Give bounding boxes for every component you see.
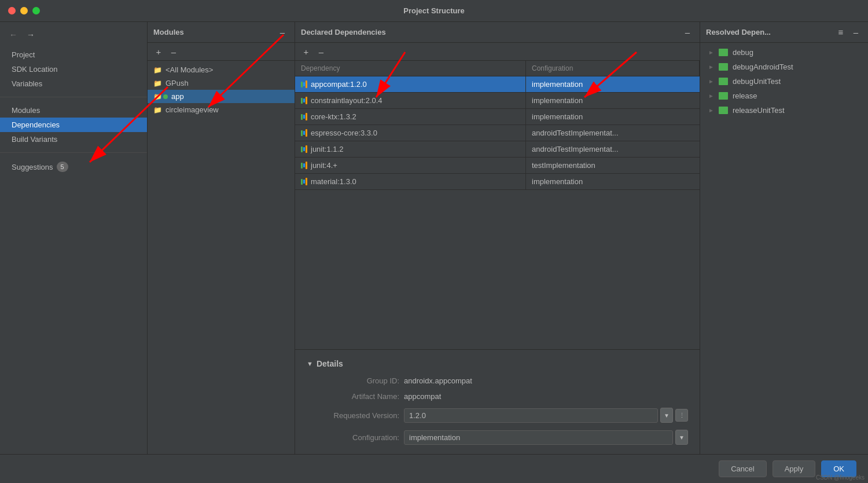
sidebar-item-modules[interactable]: Modules xyxy=(0,103,147,118)
all-modules-icon: 📁 xyxy=(153,66,162,74)
window-controls[interactable] xyxy=(8,7,40,14)
forward-arrow-icon[interactable]: → xyxy=(24,29,37,41)
dep-bar-icon-2 xyxy=(301,97,307,104)
resolved-item-release-unit-test[interactable]: ► releaseUnitTest xyxy=(700,103,868,118)
resolved-header-actions: ≡ – xyxy=(834,26,862,39)
requested-version-field: 1.2.0 ▼ ⋮ xyxy=(404,408,688,423)
dep-cell-material-name: material:1.3.0 xyxy=(295,174,526,189)
bottom-bar: Cancel Apply OK xyxy=(0,454,868,483)
back-arrow-icon[interactable]: ← xyxy=(7,29,20,41)
dep-col-dependency: Dependency xyxy=(295,61,526,76)
dep-cell-junit1-config: androidTestImplementat... xyxy=(526,141,700,157)
module-item-all-modules[interactable]: 📁 <All Modules> xyxy=(148,63,295,76)
sidebar: ← → Project SDK Location Variables Modul… xyxy=(0,22,148,454)
dep-bar-icon-3 xyxy=(301,113,307,120)
configuration-select[interactable]: implementation xyxy=(404,430,673,445)
resolved-item-debug-unit-test[interactable]: ► debugUnitTest xyxy=(700,74,868,89)
debug-android-test-folder-icon xyxy=(719,63,728,71)
modules-minus-icon[interactable]: – xyxy=(276,26,289,39)
sidebar-item-dependencies[interactable]: Dependencies xyxy=(0,118,147,132)
dep-col-configuration: Configuration xyxy=(526,61,700,76)
module-item-circleimageview[interactable]: 📁 circleimageview xyxy=(148,103,295,116)
title-bar: Project Structure xyxy=(0,0,868,22)
dep-bar-icon-4 xyxy=(301,129,307,137)
minimize-button[interactable] xyxy=(20,7,28,14)
dep-cell-core-ktx-config: implementation xyxy=(526,109,700,125)
close-button[interactable] xyxy=(8,7,16,14)
resolved-settings-icon[interactable]: ≡ xyxy=(834,26,847,39)
modules-remove-icon[interactable]: – xyxy=(167,45,180,58)
details-section: ▼ Details Group ID: androidx.appcompat A… xyxy=(295,349,700,454)
resolved-panel-title: Resolved Depen... xyxy=(706,28,771,36)
release-folder-icon xyxy=(719,92,728,100)
sidebar-suggestions-section: Suggestions 5 xyxy=(0,156,147,177)
artifact-name-label: Artifact Name: xyxy=(307,392,399,401)
deps-panel-title: Declared Dependencies xyxy=(301,28,386,36)
dep-bar-icon-5 xyxy=(301,145,307,153)
deps-panel-header: Declared Dependencies – xyxy=(295,22,700,43)
dep-row-constraintlayout[interactable]: constraintlayout:2.0.4 implementation xyxy=(295,93,700,109)
dep-row-junit-1[interactable]: junit:1.1.2 androidTestImplementat... xyxy=(295,141,700,158)
group-id-value: androidx.appcompat xyxy=(404,376,688,385)
dep-cell-core-ktx-name: core-ktx:1.3.2 xyxy=(295,109,526,125)
resolved-item-debug[interactable]: ► debug xyxy=(700,45,868,60)
release-unit-test-folder-icon xyxy=(719,107,728,114)
version-extra-btn[interactable]: ⋮ xyxy=(675,409,688,422)
circleimageview-label: circleimageview xyxy=(165,105,219,114)
sidebar-item-variables[interactable]: Variables xyxy=(0,76,147,91)
requested-version-label: Requested Version: xyxy=(307,411,399,420)
modules-header-actions: – xyxy=(276,26,289,39)
debug-unit-test-chevron-icon: ► xyxy=(708,78,714,85)
dep-row-junit-2[interactable]: junit:4.+ testImplementation xyxy=(295,158,700,174)
config-dropdown-arrow[interactable]: ▼ xyxy=(675,430,688,445)
debug-unit-test-folder-icon xyxy=(719,78,728,85)
sidebar-divider-2 xyxy=(0,152,147,153)
sidebar-item-sdk-location[interactable]: SDK Location xyxy=(0,62,147,76)
release-unit-test-chevron-icon: ► xyxy=(708,107,714,114)
all-modules-label: <All Modules> xyxy=(165,65,213,74)
dep-cell-espresso-name: espresso-core:3.3.0 xyxy=(295,125,526,141)
modules-panel-title: Modules xyxy=(153,28,184,36)
requested-version-select[interactable]: 1.2.0 xyxy=(404,408,658,423)
cancel-button[interactable]: Cancel xyxy=(719,460,766,477)
gpush-icon: 📁 xyxy=(153,79,162,87)
release-chevron-icon: ► xyxy=(708,93,714,99)
modules-toolbar: + – xyxy=(148,43,295,61)
dep-cell-junit2-name: junit:4.+ xyxy=(295,158,526,173)
dep-bar-icon-7 xyxy=(301,178,307,185)
dependencies-panel: Declared Dependencies – + – Dependency C… xyxy=(295,22,700,454)
deps-minus-icon[interactable]: – xyxy=(681,26,694,39)
sidebar-item-suggestions[interactable]: Suggestions 5 xyxy=(0,159,147,175)
resolved-dependencies-panel: Resolved Depen... ≡ – ► debug ► debugAnd… xyxy=(700,22,868,454)
module-item-app[interactable]: 📁 app xyxy=(148,90,295,103)
resolved-item-debug-android-test[interactable]: ► debugAndroidTest xyxy=(700,60,868,74)
group-id-label: Group ID: xyxy=(307,376,399,385)
details-title: ▼ Details xyxy=(307,359,688,368)
deps-add-icon[interactable]: + xyxy=(300,45,312,58)
details-chevron-icon[interactable]: ▼ xyxy=(307,360,313,367)
window-title: Project Structure xyxy=(403,6,464,15)
sidebar-item-build-variants[interactable]: Build Variants xyxy=(0,132,147,147)
dep-row-material[interactable]: material:1.3.0 implementation xyxy=(295,174,700,190)
maximize-button[interactable] xyxy=(32,7,40,14)
deps-remove-icon[interactable]: – xyxy=(315,45,328,58)
details-grid: Group ID: androidx.appcompat Artifact Na… xyxy=(307,376,688,445)
main-layout: ← → Project SDK Location Variables Modul… xyxy=(0,22,868,454)
debug-folder-icon xyxy=(719,49,728,56)
version-dropdown-arrow[interactable]: ▼ xyxy=(660,408,673,423)
resolved-item-release[interactable]: ► release xyxy=(700,89,868,103)
dep-row-appcompat[interactable]: appcompat:1.2.0 implementation xyxy=(295,76,700,93)
modules-add-icon[interactable]: + xyxy=(152,45,165,58)
watermark-text: CSDN @finogeeks xyxy=(816,474,865,481)
apply-button[interactable]: Apply xyxy=(773,460,816,477)
module-item-gpush[interactable]: 📁 GPush xyxy=(148,76,295,90)
dep-bar-icon-6 xyxy=(301,162,307,169)
sidebar-item-project[interactable]: Project xyxy=(0,47,147,62)
deps-table-header: Dependency Configuration xyxy=(295,61,700,76)
resolved-minus-icon[interactable]: – xyxy=(849,26,862,39)
dep-cell-material-config: implementation xyxy=(526,174,700,189)
configuration-field: implementation ▼ xyxy=(404,430,688,445)
dep-row-core-ktx[interactable]: core-ktx:1.3.2 implementation xyxy=(295,109,700,125)
dep-row-espresso[interactable]: espresso-core:3.3.0 androidTestImplement… xyxy=(295,125,700,141)
dep-bar-icon-1 xyxy=(301,80,307,88)
